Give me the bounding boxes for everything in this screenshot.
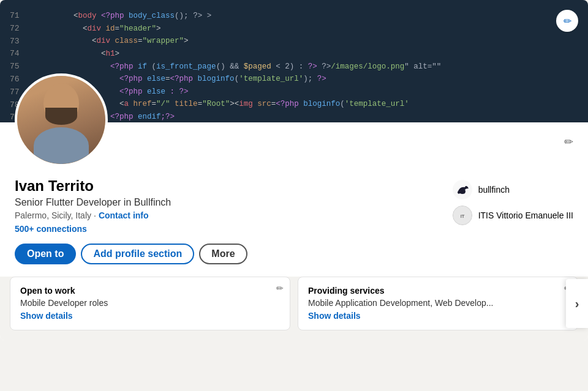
pencil-icon: ✏ <box>564 135 573 149</box>
pencil-icon: ✏ <box>276 283 284 293</box>
cards-section: ✏ Open to work Mobile Developer roles Sh… <box>0 277 588 340</box>
contact-info-link[interactable]: Contact info <box>99 210 149 220</box>
card-title-services: Providing services <box>308 286 568 296</box>
svg-text:IT: IT <box>460 214 464 219</box>
profile-layout: Ivan Territo Senior Flutter Developer in… <box>15 177 573 264</box>
chevron-right-icon: › <box>575 297 579 311</box>
card-edit-button-work[interactable]: ✏ <box>276 283 284 293</box>
providing-services-card: ✏ Providing services Mobile Application … <box>298 277 578 330</box>
scroll-right-indicator[interactable]: › <box>566 279 588 328</box>
svg-point-1 <box>465 186 467 188</box>
more-button[interactable]: More <box>199 244 247 264</box>
profile-headline: Senior Flutter Developer in Bullfinch <box>15 197 453 208</box>
banner-edit-button[interactable]: ✏ <box>556 10 578 32</box>
action-buttons: Open to Add profile section More <box>15 244 453 264</box>
avatar-beard <box>45 108 77 125</box>
avatar-body <box>34 127 89 164</box>
cards-row: ✏ Open to work Mobile Developer roles Sh… <box>10 277 578 330</box>
open-to-work-card: ✏ Open to work Mobile Developer roles Sh… <box>10 277 290 330</box>
bird-icon <box>453 180 472 199</box>
card-subtitle-work: Mobile Developer roles <box>20 298 280 308</box>
profile-edit-button[interactable]: ✏ <box>559 132 578 152</box>
show-details-link-work[interactable]: Show details <box>20 311 73 321</box>
profile-right: bullfinch IT ITIS Vittorio Emanuele III <box>453 180 573 225</box>
show-details-link-services[interactable]: Show details <box>308 311 361 321</box>
affiliation-item-bullfinch[interactable]: bullfinch <box>453 180 573 199</box>
profile-name: Ivan Territo <box>15 177 453 195</box>
affiliation-name-bullfinch: bullfinch <box>478 185 510 195</box>
education-icon: IT <box>453 206 472 225</box>
profile-left: Ivan Territo Senior Flutter Developer in… <box>15 177 453 264</box>
add-profile-section-button[interactable]: Add profile section <box>81 244 194 264</box>
affiliation-name-itis: ITIS Vittorio Emanuele III <box>478 210 573 220</box>
affiliation-item-itis[interactable]: IT ITIS Vittorio Emanuele III <box>453 206 573 225</box>
connections-count[interactable]: 500+ connections <box>15 224 453 234</box>
avatar-image <box>17 76 105 164</box>
bullfinch-logo <box>453 180 472 199</box>
card-subtitle-services: Mobile Application Development, Web Deve… <box>308 298 568 308</box>
card-title-work: Open to work <box>20 286 280 296</box>
pencil-icon: ✏ <box>564 15 571 27</box>
profile-card: 717273747576777879 <body <?php body_clas… <box>0 0 588 340</box>
open-to-button[interactable]: Open to <box>15 244 76 264</box>
avatar <box>15 73 108 166</box>
banner-code: <body <?php body_class(); ?> > <div id="… <box>37 0 588 122</box>
itis-logo: IT <box>453 206 472 225</box>
location-text: Palermo, Sicily, Italy <box>15 210 91 220</box>
location-separator: · <box>94 210 96 220</box>
profile-location: Palermo, Sicily, Italy · Contact info <box>15 210 453 220</box>
